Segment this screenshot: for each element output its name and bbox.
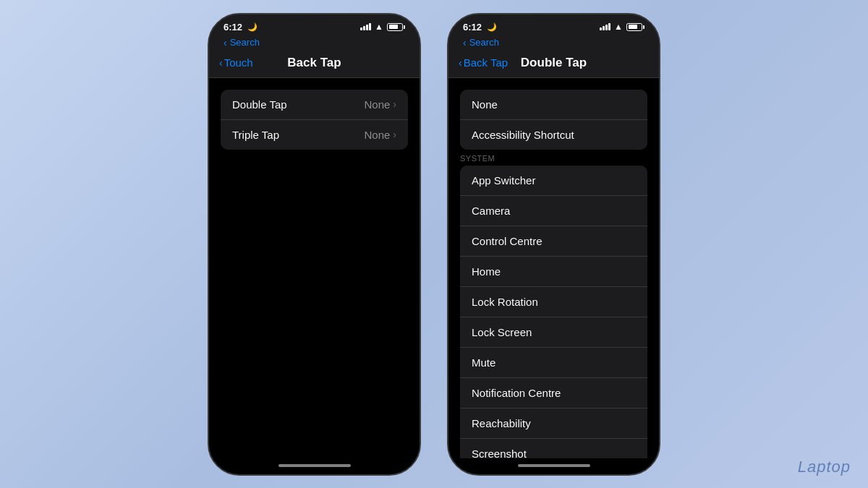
signal-bar-2 xyxy=(363,26,365,30)
menu-item-control-centre[interactable]: Control Centre xyxy=(460,226,647,257)
battery-fill-right xyxy=(629,25,638,29)
status-bar-left: 6:12 🌙 ▲ xyxy=(209,14,420,35)
battery-body-left xyxy=(387,23,403,31)
settings-group-left: Double Tap None › Triple Tap None › xyxy=(221,90,408,150)
control-centre-label: Control Centre xyxy=(472,235,542,247)
menu-item-camera[interactable]: Camera xyxy=(460,196,647,226)
signal-bars-right xyxy=(600,23,610,30)
home-bar-right xyxy=(518,464,590,467)
nav-bar-right: ‹ Back Tap Double Tap xyxy=(448,53,659,78)
settings-row-double-tap[interactable]: Double Tap None › xyxy=(221,90,408,120)
notification-centre-label: Notification Centre xyxy=(472,387,561,399)
camera-label: Camera xyxy=(472,205,510,217)
double-tap-chevron: › xyxy=(393,98,396,110)
signal-bar-r4 xyxy=(608,23,610,30)
signal-bar-4 xyxy=(369,23,371,30)
phone-left: 6:12 🌙 ▲ ‹ xyxy=(208,13,421,476)
phone-right: 6:12 🌙 ▲ ‹ xyxy=(447,13,660,476)
status-icons-left: ▲ xyxy=(360,22,405,32)
chevron-left-nav-left: ‹ xyxy=(219,57,223,69)
chevron-left-nav-right: ‹ xyxy=(459,57,462,69)
home-bar-left xyxy=(278,464,351,467)
triple-tap-value-text: None xyxy=(364,129,390,141)
phones-container: 6:12 🌙 ▲ ‹ xyxy=(208,13,660,476)
search-bar-right: ‹ Search xyxy=(448,35,659,53)
signal-bar-r1 xyxy=(600,27,602,30)
double-tap-value-text: None xyxy=(364,98,390,111)
time-left: 6:12 xyxy=(224,22,242,33)
mute-label: Mute xyxy=(472,356,495,369)
signal-bar-r3 xyxy=(605,25,608,30)
moon-icon-right: 🌙 xyxy=(487,22,497,32)
settings-section-left: Double Tap None › Triple Tap None › xyxy=(221,90,408,150)
content-left: Double Tap None › Triple Tap None › xyxy=(209,78,420,458)
settings-row-triple-tap[interactable]: Triple Tap None › xyxy=(221,120,408,150)
app-switcher-label: App Switcher xyxy=(472,174,535,187)
nav-back-right[interactable]: ‹ Back Tap xyxy=(459,56,508,69)
status-icons-right: ▲ xyxy=(600,22,644,32)
double-tap-value: None › xyxy=(364,98,396,111)
battery-right xyxy=(626,23,644,31)
menu-item-none[interactable]: None xyxy=(460,90,647,120)
search-bar-left: ‹ Search xyxy=(209,35,420,53)
menu-item-screenshot[interactable]: Screenshot xyxy=(460,439,647,458)
nav-back-left[interactable]: ‹ Touch xyxy=(219,56,253,69)
battery-tip-left xyxy=(404,25,405,29)
menu-item-reachability[interactable]: Reachability xyxy=(460,408,647,439)
home-indicator-right xyxy=(448,458,659,474)
moon-icon-left: 🌙 xyxy=(247,22,258,32)
nav-back-label-right[interactable]: Back Tap xyxy=(464,56,508,69)
triple-tap-value: None › xyxy=(364,129,396,141)
battery-body-right xyxy=(626,23,642,31)
watermark: Laptop xyxy=(798,458,851,476)
signal-bar-r2 xyxy=(603,26,605,30)
battery-left xyxy=(387,23,405,31)
menu-item-lock-rotation[interactable]: Lock Rotation xyxy=(460,287,647,317)
menu-item-home[interactable]: Home xyxy=(460,257,647,287)
battery-tip-right xyxy=(643,25,644,29)
signal-bars-left xyxy=(360,23,371,30)
chevron-left-search-right: ‹ xyxy=(463,37,467,48)
top-group: None Accessibility Shortcut xyxy=(460,90,647,150)
system-group: App Switcher Camera Control Centre Home … xyxy=(460,166,647,458)
battery-fill-left xyxy=(389,25,399,29)
nav-title-left: Back Tap xyxy=(287,56,341,70)
top-settings-group: None Accessibility Shortcut xyxy=(460,90,647,150)
accessibility-shortcut-label: Accessibility Shortcut xyxy=(472,129,574,141)
nav-title-right: Double Tap xyxy=(521,56,587,70)
home-label: Home xyxy=(472,265,501,278)
signal-bar-3 xyxy=(366,25,368,30)
menu-item-accessibility-shortcut[interactable]: Accessibility Shortcut xyxy=(460,120,647,150)
double-tap-label: Double Tap xyxy=(232,98,287,111)
signal-bar-1 xyxy=(360,27,362,30)
chevron-left-search-left: ‹ xyxy=(224,37,227,48)
system-settings-group: App Switcher Camera Control Centre Home … xyxy=(460,166,647,458)
lock-rotation-label: Lock Rotation xyxy=(472,296,538,308)
system-section-header: SYSTEM xyxy=(448,150,659,166)
menu-item-lock-screen[interactable]: Lock Screen xyxy=(460,317,647,348)
menu-item-notification-centre[interactable]: Notification Centre xyxy=(460,378,647,408)
content-right: None Accessibility Shortcut SYSTEM App S… xyxy=(448,78,659,458)
reachability-label: Reachability xyxy=(472,417,531,429)
menu-item-mute[interactable]: Mute xyxy=(460,348,647,378)
lock-screen-label: Lock Screen xyxy=(472,326,532,338)
status-bar-right: 6:12 🌙 ▲ xyxy=(448,14,659,35)
menu-item-app-switcher[interactable]: App Switcher xyxy=(460,166,647,196)
search-back-left[interactable]: Search xyxy=(230,37,260,48)
screenshot-label: Screenshot xyxy=(472,448,527,458)
none-label: None xyxy=(472,98,498,111)
wifi-icon-left: ▲ xyxy=(375,22,383,32)
triple-tap-label: Triple Tap xyxy=(232,129,279,141)
status-time-right: 6:12 🌙 xyxy=(463,22,497,33)
nav-back-label-left[interactable]: Touch xyxy=(224,56,253,69)
time-right: 6:12 xyxy=(463,22,482,33)
search-back-right[interactable]: Search xyxy=(469,37,499,48)
nav-bar-left: ‹ Touch Back Tap xyxy=(209,53,420,78)
wifi-icon-right: ▲ xyxy=(614,22,623,32)
status-time-left: 6:12 🌙 xyxy=(224,22,258,33)
triple-tap-chevron: › xyxy=(393,129,396,140)
home-indicator-left xyxy=(209,458,420,474)
